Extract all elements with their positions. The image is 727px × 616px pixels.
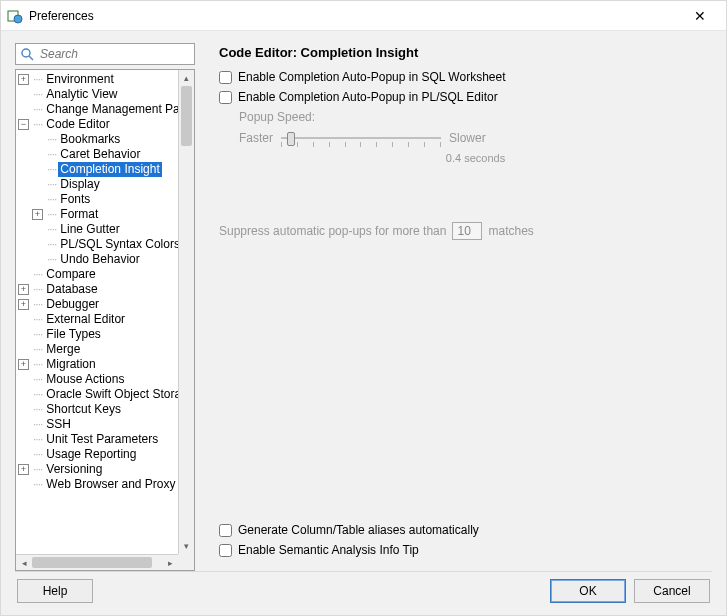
svg-point-1 bbox=[14, 15, 22, 23]
tree-label[interactable]: Fonts bbox=[58, 192, 92, 207]
tree-node[interactable]: +····Migration bbox=[16, 357, 178, 372]
suppress-count-input[interactable]: 10 bbox=[452, 222, 482, 240]
checkbox-plsql-editor[interactable] bbox=[219, 91, 232, 104]
tree-spacer bbox=[18, 479, 29, 490]
tree-label[interactable]: Change Management Parameters bbox=[44, 102, 178, 117]
tree-label[interactable]: Oracle Swift Object Storage bbox=[44, 387, 178, 402]
expand-icon[interactable]: + bbox=[18, 74, 29, 85]
tree-label[interactable]: Unit Test Parameters bbox=[44, 432, 160, 447]
tree-node[interactable]: ····External Editor bbox=[16, 312, 178, 327]
expand-icon[interactable]: + bbox=[32, 209, 43, 220]
tree-label[interactable]: Database bbox=[44, 282, 99, 297]
app-icon bbox=[7, 8, 23, 24]
tree-label[interactable]: Usage Reporting bbox=[44, 447, 138, 462]
tree-label[interactable]: Migration bbox=[44, 357, 97, 372]
expand-icon[interactable]: + bbox=[18, 284, 29, 295]
tree-label[interactable]: Code Editor bbox=[44, 117, 111, 132]
tree-connector: ···· bbox=[33, 402, 42, 417]
check-plsql-editor[interactable]: Enable Completion Auto-Popup in PL/SQL E… bbox=[219, 90, 712, 104]
tree-label[interactable]: Merge bbox=[44, 342, 82, 357]
tree-label[interactable]: Completion Insight bbox=[58, 162, 161, 177]
tree-node[interactable]: ····Unit Test Parameters bbox=[16, 432, 178, 447]
expand-icon[interactable]: + bbox=[18, 299, 29, 310]
scroll-down-icon[interactable]: ▾ bbox=[179, 538, 194, 554]
tree-node[interactable]: +····Format bbox=[16, 207, 178, 222]
tree-label[interactable]: Line Gutter bbox=[58, 222, 121, 237]
tree-label[interactable]: Format bbox=[58, 207, 100, 222]
tree-node[interactable]: ····File Types bbox=[16, 327, 178, 342]
tree-label[interactable]: Analytic View bbox=[44, 87, 119, 102]
tree-node[interactable]: ····Usage Reporting bbox=[16, 447, 178, 462]
tree-label[interactable]: File Types bbox=[44, 327, 102, 342]
scroll-right-icon[interactable]: ▸ bbox=[162, 555, 178, 570]
scroll-up-icon[interactable]: ▴ bbox=[179, 70, 194, 86]
tree-node[interactable]: +····Debugger bbox=[16, 297, 178, 312]
tree-node[interactable]: ····Caret Behavior bbox=[16, 147, 178, 162]
checkbox-semantic[interactable] bbox=[219, 544, 232, 557]
horizontal-scrollbar[interactable]: ◂ ▸ bbox=[16, 554, 178, 570]
checkbox-sql-worksheet[interactable] bbox=[219, 71, 232, 84]
tree-node[interactable]: +····Environment bbox=[16, 72, 178, 87]
help-button[interactable]: Help bbox=[17, 579, 93, 603]
tree-label[interactable]: Versioning bbox=[44, 462, 104, 477]
scroll-thumb-horizontal[interactable] bbox=[32, 557, 152, 568]
tree-node[interactable]: ····PL/SQL Syntax Colors bbox=[16, 237, 178, 252]
tree-node[interactable]: ····Undo Behavior bbox=[16, 252, 178, 267]
tree-node[interactable]: ····Shortcut Keys bbox=[16, 402, 178, 417]
tree-node[interactable]: ····Analytic View bbox=[16, 87, 178, 102]
tree-connector: ···· bbox=[47, 237, 56, 252]
tree-node[interactable]: ····Fonts bbox=[16, 192, 178, 207]
tree-node[interactable]: −····Code Editor bbox=[16, 117, 178, 132]
tree-node[interactable]: ····Change Management Parameters bbox=[16, 102, 178, 117]
dialog-body: +····Environment····Analytic View····Cha… bbox=[1, 31, 726, 615]
tree-label[interactable]: Web Browser and Proxy bbox=[44, 477, 177, 492]
label-plsql-editor: Enable Completion Auto-Popup in PL/SQL E… bbox=[238, 90, 498, 104]
check-sql-worksheet[interactable]: Enable Completion Auto-Popup in SQL Work… bbox=[219, 70, 712, 84]
check-aliases[interactable]: Generate Column/Table aliases automatica… bbox=[219, 523, 712, 537]
tree-node[interactable]: ····Oracle Swift Object Storage bbox=[16, 387, 178, 402]
tree-label[interactable]: Caret Behavior bbox=[58, 147, 142, 162]
tree-label[interactable]: Mouse Actions bbox=[44, 372, 126, 387]
check-semantic[interactable]: Enable Semantic Analysis Info Tip bbox=[219, 543, 712, 557]
expand-icon[interactable]: + bbox=[18, 359, 29, 370]
checkbox-aliases[interactable] bbox=[219, 524, 232, 537]
tree-label[interactable]: Bookmarks bbox=[58, 132, 122, 147]
tree-label[interactable]: SSH bbox=[44, 417, 73, 432]
tree-label[interactable]: Display bbox=[58, 177, 101, 192]
ok-button[interactable]: OK bbox=[550, 579, 626, 603]
scroll-thumb-vertical[interactable] bbox=[181, 86, 192, 146]
tree-node[interactable]: ····Compare bbox=[16, 267, 178, 282]
tree-label[interactable]: PL/SQL Syntax Colors bbox=[58, 237, 178, 252]
tree-label[interactable]: Compare bbox=[44, 267, 97, 282]
vertical-scrollbar[interactable]: ▴ ▾ bbox=[178, 70, 194, 554]
collapse-icon[interactable]: − bbox=[18, 119, 29, 130]
tree-node[interactable]: +····Versioning bbox=[16, 462, 178, 477]
tree-label[interactable]: External Editor bbox=[44, 312, 127, 327]
tree-node[interactable]: ····Merge bbox=[16, 342, 178, 357]
tree-spacer bbox=[18, 404, 29, 415]
tree-label[interactable]: Shortcut Keys bbox=[44, 402, 123, 417]
tree-label[interactable]: Undo Behavior bbox=[58, 252, 141, 267]
tree-node[interactable]: ····Mouse Actions bbox=[16, 372, 178, 387]
tree-node[interactable]: ····Bookmarks bbox=[16, 132, 178, 147]
search-input[interactable] bbox=[38, 46, 193, 62]
tree-node[interactable]: ····Completion Insight bbox=[16, 162, 178, 177]
tree-label[interactable]: Environment bbox=[44, 72, 115, 87]
expand-icon[interactable]: + bbox=[18, 464, 29, 475]
tree-connector: ···· bbox=[33, 357, 42, 372]
right-pane: Code Editor: Completion Insight Enable C… bbox=[195, 43, 712, 571]
scroll-left-icon[interactable]: ◂ bbox=[16, 555, 32, 570]
close-button[interactable]: ✕ bbox=[680, 8, 720, 24]
search-field[interactable] bbox=[15, 43, 195, 65]
popup-speed-slider[interactable] bbox=[281, 128, 441, 148]
tree-node[interactable]: +····Database bbox=[16, 282, 178, 297]
tree-node[interactable]: ····Line Gutter bbox=[16, 222, 178, 237]
page-heading: Code Editor: Completion Insight bbox=[219, 45, 712, 60]
tree-node[interactable]: ····SSH bbox=[16, 417, 178, 432]
tree-connector: ···· bbox=[33, 477, 42, 492]
tree-node[interactable]: ····Web Browser and Proxy bbox=[16, 477, 178, 492]
cancel-button[interactable]: Cancel bbox=[634, 579, 710, 603]
tree-node[interactable]: ····Display bbox=[16, 177, 178, 192]
tree-connector: ···· bbox=[33, 327, 42, 342]
tree-label[interactable]: Debugger bbox=[44, 297, 101, 312]
